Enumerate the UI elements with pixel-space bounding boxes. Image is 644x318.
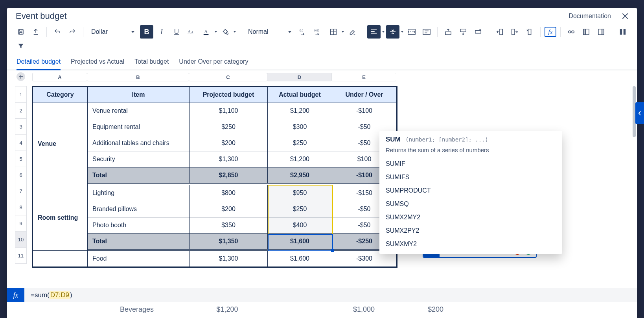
panel-icon[interactable]	[594, 25, 608, 39]
suggestion-item[interactable]: SUMX2MY2	[379, 211, 562, 224]
insert-row-below-icon[interactable]	[456, 25, 470, 39]
item-cell[interactable]: Security	[87, 151, 190, 167]
projected-cell[interactable]: $250	[189, 119, 268, 135]
add-sheet-icon[interactable]	[17, 72, 25, 81]
sidebar-toggle-icon[interactable]	[616, 25, 629, 39]
projected-cell[interactable]: $800	[189, 185, 268, 201]
row-header[interactable]: 11	[15, 247, 27, 264]
table-header-cell[interactable]: Under / Over	[332, 86, 397, 103]
suggestion-item[interactable]: SUMXMY2	[379, 237, 562, 251]
documentation-link[interactable]: Documentation	[569, 13, 611, 20]
table-header-cell[interactable]: Category	[33, 86, 88, 103]
actual-cell[interactable]: $250	[267, 201, 332, 217]
column-header[interactable]: B	[87, 73, 189, 81]
underline-button[interactable]: U	[170, 25, 183, 39]
undo-icon[interactable]	[51, 25, 64, 39]
projected-cell[interactable]: $1,350	[189, 233, 268, 250]
font-color-button[interactable]: A	[200, 25, 217, 39]
wrap-text-icon[interactable]	[420, 25, 433, 39]
delete-col-icon[interactable]	[523, 25, 536, 39]
row-header[interactable]: 1	[15, 86, 27, 103]
suggestion-item[interactable]: SUMSQ	[379, 197, 562, 211]
projected-cell[interactable]: $2,850	[189, 167, 268, 184]
item-cell[interactable]: Additional tables and chairs	[87, 135, 190, 151]
row-header[interactable]: 3	[15, 118, 27, 135]
sheet-tab[interactable]: Projected vs Actual	[71, 58, 124, 70]
sheet-tab[interactable]: Under Over per category	[179, 58, 248, 70]
clear-format-icon[interactable]	[346, 25, 359, 39]
projected-cell[interactable]: $1,300	[189, 250, 268, 267]
column-header[interactable]: C	[189, 73, 267, 81]
row-header[interactable]: 6	[15, 167, 27, 183]
table-header-cell[interactable]: Projected budget	[189, 86, 268, 103]
row-header[interactable]: 2	[15, 102, 27, 119]
insert-col-right-icon[interactable]	[508, 25, 521, 39]
item-cell[interactable]: Total	[87, 167, 190, 184]
category-cell[interactable]: Venue	[33, 103, 88, 185]
actual-cell[interactable]: $1,600	[267, 250, 332, 267]
column-headers[interactable]: ABCDE	[32, 73, 632, 81]
insert-col-left-icon[interactable]	[493, 25, 506, 39]
suggestion-item[interactable]: SUMIF	[379, 157, 562, 171]
projected-cell[interactable]: $350	[189, 217, 268, 233]
actual-cell[interactable]: $400	[267, 217, 332, 233]
projected-cell[interactable]: $200	[189, 201, 268, 217]
item-cell[interactable]: Lighting	[87, 185, 190, 201]
suggestion-item[interactable]: SUMX2PY2	[379, 224, 562, 237]
increase-decimal-icon[interactable]: 0.00	[312, 25, 325, 39]
column-header[interactable]: E	[331, 73, 396, 81]
export-icon[interactable]	[29, 25, 42, 39]
row-header[interactable]: 7	[15, 183, 27, 199]
actual-cell[interactable]: $1,200	[267, 103, 332, 119]
table-header-cell[interactable]: Item	[87, 86, 190, 103]
suggestion-item[interactable]: SUMIFS	[379, 171, 562, 184]
freeze-icon[interactable]	[580, 25, 593, 39]
formula-bar-input[interactable]: =sum( D7:D9 )	[24, 291, 72, 299]
close-icon[interactable]	[620, 11, 630, 21]
sheet-tab[interactable]: Detailed budget	[17, 58, 61, 70]
row-header[interactable]: 8	[15, 199, 27, 215]
row-header[interactable]: 9	[15, 215, 27, 232]
item-cell[interactable]: Photo booth	[87, 217, 190, 233]
item-cell[interactable]: Equipment rental	[87, 119, 190, 135]
formula-bar[interactable]: fx =sum( D7:D9 )	[7, 288, 637, 302]
side-panel-toggle[interactable]	[635, 102, 644, 124]
formula-button[interactable]: fx	[545, 27, 556, 37]
underover-cell[interactable]: -$100	[332, 103, 397, 119]
borders-button[interactable]	[327, 25, 344, 39]
item-cell[interactable]: Venue rental	[87, 103, 190, 119]
row-headers[interactable]: 1234567891011	[15, 86, 27, 263]
fill-color-button[interactable]	[219, 25, 236, 39]
column-header[interactable]: D	[267, 73, 332, 81]
data-table[interactable]: CategoryItemProjected budgetActual budge…	[32, 86, 397, 268]
actual-cell[interactable]: $1,600	[267, 233, 332, 250]
h-align-button[interactable]	[367, 25, 385, 39]
v-align-button[interactable]	[386, 25, 403, 39]
category-cell[interactable]	[33, 250, 88, 267]
delete-row-icon[interactable]	[471, 25, 485, 39]
column-header[interactable]: A	[32, 73, 87, 81]
italic-button[interactable]: I	[155, 25, 168, 39]
actual-cell[interactable]: $250	[267, 135, 332, 151]
projected-cell[interactable]: $1,100	[189, 103, 268, 119]
merge-cells-icon[interactable]	[405, 25, 418, 39]
item-cell[interactable]: Total	[87, 233, 190, 250]
save-icon[interactable]	[14, 25, 28, 39]
suggestion-item[interactable]: SUMPRODUCT	[379, 184, 562, 197]
projected-cell[interactable]: $1,300	[189, 151, 268, 167]
cell-style-select[interactable]: Normal	[244, 25, 295, 39]
category-cell[interactable]: Room setting	[33, 185, 88, 251]
sheet-tab[interactable]: Total budget	[134, 58, 169, 70]
item-cell[interactable]: Branded pillows	[87, 201, 190, 217]
item-cell[interactable]: Food	[87, 250, 190, 267]
bold-button[interactable]: B	[140, 25, 153, 39]
redo-icon[interactable]	[66, 25, 79, 39]
row-header[interactable]: 10	[15, 231, 27, 248]
number-format-select[interactable]: Dollar	[87, 25, 138, 39]
decrease-decimal-icon[interactable]: 0.0	[297, 25, 310, 39]
projected-cell[interactable]: $200	[189, 135, 268, 151]
actual-cell[interactable]: $300	[267, 119, 332, 135]
link-icon[interactable]	[565, 25, 578, 39]
insert-row-above-icon[interactable]	[442, 25, 455, 39]
actual-cell[interactable]: $950	[267, 185, 332, 201]
